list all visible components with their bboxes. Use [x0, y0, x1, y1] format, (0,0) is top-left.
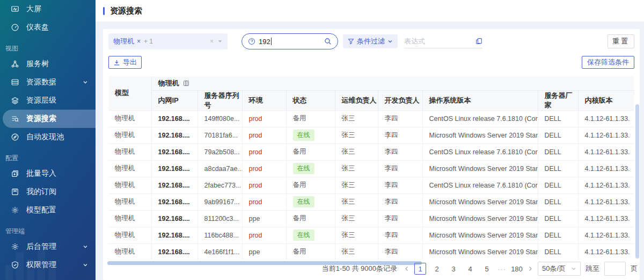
cell-dev: 李四: [378, 227, 422, 243]
condition-filter-label: 条件过滤: [357, 37, 385, 46]
cell-ops: 张三: [335, 227, 378, 243]
sidebar-section-label: 配置: [0, 148, 96, 164]
column-header-开发负责人[interactable]: 开发负责人: [378, 90, 422, 110]
cell-serial: 4e166f1f1...: [197, 243, 242, 260]
cell-env: prod: [242, 127, 286, 143]
cell-ip: 192.168....: [151, 160, 197, 177]
content-card: 物理机 × + 1 × 192: [103, 29, 640, 280]
page-button-3[interactable]: 3: [448, 263, 459, 275]
export-label: 导出: [123, 58, 137, 67]
vertical-scrollbar[interactable]: [635, 104, 639, 259]
column-header-状态[interactable]: 状态: [286, 90, 335, 110]
cell-status: 备用: [286, 210, 335, 227]
column-header-内网IP[interactable]: 内网IP: [151, 90, 197, 110]
title-accent-bar: [103, 7, 105, 15]
column-header-服务器厂家[interactable]: 服务器厂家: [538, 90, 578, 110]
cell-serial: 811200c3...: [197, 210, 242, 227]
cell-ip: 192.168....: [151, 227, 197, 243]
condition-filter-button[interactable]: 条件过滤: [343, 34, 398, 48]
cell-vendor: DELL: [538, 110, 578, 127]
model-select[interactable]: 物理机 × + 1 ×: [108, 33, 228, 49]
select-clear-icon[interactable]: ×: [210, 38, 214, 45]
sidebar-item-权限管理[interactable]: 权限管理: [0, 256, 96, 274]
cell-model: 物理机: [108, 127, 151, 143]
jump-prefix-label: 跳至: [586, 264, 599, 274]
next-page-icon[interactable]: [528, 266, 533, 271]
cell-ip: 192.168....: [151, 177, 197, 193]
cell-vendor: DELL: [538, 243, 578, 260]
cell-env: ppe: [242, 210, 286, 227]
status-badge: 在线: [293, 229, 314, 241]
sidebar-item-label: 服务树: [26, 59, 49, 69]
sidebar-item-模型配置[interactable]: 模型配置: [0, 201, 96, 219]
table-row[interactable]: 物理机192.168....2fabec773...prod备用张三李四Cent…: [108, 177, 634, 193]
table-row[interactable]: 物理机192.168....149ff080e...prod备用张三李四Cent…: [108, 110, 634, 127]
table-row[interactable]: 物理机192.168....70181fa6...prod在线张三李四Micro…: [108, 127, 634, 143]
database-icon: [11, 78, 19, 87]
sidebar-item-批量导入[interactable]: 批量导入: [0, 164, 96, 183]
prev-page-icon[interactable]: [404, 266, 409, 271]
column-header-服务器序列号[interactable]: 服务器序列号: [197, 90, 242, 110]
sidebar-item-仪表盘[interactable]: 仪表盘: [0, 18, 96, 37]
page-button-1[interactable]: 1: [414, 263, 426, 275]
cell-ops: 张三: [335, 243, 378, 260]
sidebar-item-我的订阅[interactable]: 我的订阅: [0, 183, 96, 201]
cell-dev: 李四: [378, 160, 422, 177]
result-table-wrap: 模型 物理机 内网IP服务器序列号环境状态运维负责人开发负责人操作系统版本服务器…: [108, 76, 634, 260]
keyword-search-input[interactable]: 192: [241, 33, 338, 49]
sidebar-item-服务树[interactable]: 服务树: [0, 55, 96, 73]
cell-dev: 李四: [378, 143, 422, 160]
cell-vendor: DELL: [538, 227, 578, 243]
sidebar-item-label: 权限管理: [26, 260, 56, 270]
page-button-2[interactable]: 2: [431, 263, 443, 275]
table-row[interactable]: 物理机192.168....9ab99167...prod在线张三李四Micro…: [108, 193, 634, 210]
cell-vendor: DELL: [538, 193, 578, 210]
status-badge: 在线: [293, 130, 314, 141]
reset-button[interactable]: 重置: [608, 34, 634, 48]
table-row[interactable]: 物理机192.168....116bc488...prod在线张三李四Micro…: [108, 227, 634, 243]
page-title: 资源搜索: [110, 6, 142, 16]
table-row[interactable]: 物理机192.168....a8cdaa7ae...prod在线张三李四Micr…: [108, 160, 634, 177]
table-row[interactable]: 物理机192.168....4e166f1f1...ppe备用张三李四Micro…: [108, 243, 634, 260]
sidebar-item-资源层级[interactable]: 资源层级: [0, 91, 96, 110]
sidebar-item-资源数据[interactable]: 资源数据: [0, 73, 96, 91]
export-button[interactable]: 导出: [108, 56, 142, 69]
expression-input[interactable]: 表达式: [404, 34, 482, 48]
shield-icon: [11, 261, 19, 269]
page-button-4[interactable]: 4: [464, 263, 476, 275]
copy-icon[interactable]: [475, 38, 482, 45]
cell-ip: 192.168....: [151, 143, 197, 160]
sidebar-section-label: 视图: [0, 39, 96, 55]
sidebar-item-label: 后台管理: [26, 242, 56, 252]
save-filter-button[interactable]: 保存筛选条件: [582, 56, 634, 69]
page-ellipsis[interactable]: ···: [497, 265, 506, 273]
page-button-180[interactable]: 180: [511, 263, 523, 275]
funnel-icon: [348, 38, 354, 45]
chevron-down-icon: [387, 39, 393, 44]
sidebar-item-label: 资源搜索: [26, 114, 56, 124]
env-value: prod: [249, 182, 262, 189]
column-header-内核版本[interactable]: 内核版本: [578, 90, 634, 110]
sidebar-item-后台管理[interactable]: 后台管理: [0, 238, 96, 256]
jump-page-input[interactable]: [604, 262, 626, 276]
sidebar-item-大屏[interactable]: 大屏: [0, 0, 96, 18]
sidebar-item-label: 资源层级: [26, 96, 56, 105]
group-header: 物理机: [151, 76, 634, 90]
column-header-操作系统版本[interactable]: 操作系统版本: [422, 90, 538, 110]
chevron-down-icon[interactable]: [217, 39, 223, 44]
sidebar-item-自动发现池[interactable]: 自动发现池: [0, 128, 96, 146]
column-header-运维负责人[interactable]: 运维负责人: [335, 90, 378, 110]
chevron-down-icon: [83, 80, 88, 85]
sidebar-item-资源搜索[interactable]: 资源搜索: [3, 110, 96, 128]
column-header-环境[interactable]: 环境: [242, 90, 286, 110]
column-settings-icon[interactable]: [183, 80, 189, 87]
table-row[interactable]: 物理机192.168....79a2b508...prod备用张三李四CentO…: [108, 143, 634, 160]
table-row[interactable]: 物理机192.168....811200c3...ppe备用张三李四Micros…: [108, 210, 634, 227]
page-button-5[interactable]: 5: [481, 263, 493, 275]
page-size-select[interactable]: 50条/页: [538, 262, 581, 276]
search-icon[interactable]: [324, 38, 332, 45]
cell-env: prod: [242, 110, 286, 127]
cell-env: prod: [242, 177, 286, 193]
import-icon: [11, 169, 19, 178]
tag-close-icon[interactable]: ×: [137, 38, 141, 45]
